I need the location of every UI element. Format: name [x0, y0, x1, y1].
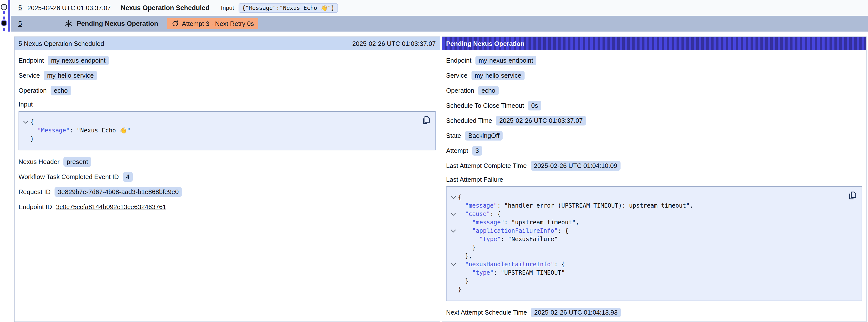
code-line: "nexusHandlerFailureInfo": { — [448, 260, 857, 268]
field-value-chip: 4 — [123, 172, 133, 182]
event-detail-header-title: 5 Nexus Operation Scheduled — [19, 40, 104, 47]
json-text: { — [30, 119, 34, 126]
event-timestamp: 2025-02-26 UTC 01:03:37.07 — [27, 4, 111, 12]
field-row: Attempt3 — [446, 146, 862, 156]
field-value-chip: 3e829b7e-7d67-4b08-aad3-b1e868bfe9e0 — [55, 187, 182, 197]
event-id-link[interactable]: 5 — [18, 20, 22, 28]
chevron-down-icon[interactable] — [451, 229, 456, 233]
code-line: } — [448, 285, 857, 294]
failure-json-block: {"message": "handler error (UPSTREAM_TIM… — [446, 186, 862, 301]
code-line: "message": "handler error (UPSTREAM_TIME… — [448, 201, 857, 210]
json-key: "type" — [472, 269, 494, 276]
event-row-scheduled[interactable]: 5 2025-02-26 UTC 01:03:37.07 Nexus Opera… — [11, 0, 868, 16]
pending-operation-header: Pending Nexus Operation — [442, 37, 866, 50]
field-row: Next Attempt Schedule Time2025-02-26 UTC… — [446, 308, 862, 317]
json-text: : "handler error (UPSTREAM_TIMEOUT): ups… — [497, 202, 693, 209]
code-line: { — [448, 193, 857, 201]
json-key: "message" — [465, 202, 497, 209]
field-value-chip: 2025-02-26 UTC 01:03:37.07 — [496, 116, 586, 126]
code-line-gutter — [448, 212, 458, 216]
code-line: "Message": "Nexus Echo 👋" — [21, 126, 430, 135]
json-text: } — [465, 278, 469, 285]
chevron-down-icon[interactable] — [451, 263, 456, 266]
json-text: : { — [558, 227, 568, 234]
pending-fields-top: Endpointmy-nexus-endpointServicemy-hello… — [446, 56, 862, 171]
code-line-text: } — [458, 243, 476, 252]
json-key: "type" — [479, 236, 501, 243]
field-row: Scheduled Time2025-02-26 UTC 01:03:37.07 — [446, 116, 862, 126]
code-line-gutter — [448, 195, 458, 199]
code-line-gutter — [448, 263, 458, 266]
field-row: Last Attempt Complete Time2025-02-26 UTC… — [446, 161, 862, 171]
code-line: "type": "NexusFailure" — [448, 235, 857, 243]
event-input-label: Input — [221, 4, 234, 11]
json-key: "cause" — [465, 211, 490, 218]
field-value-chip: 2025-02-26 UTC 01:04:10.09 — [531, 161, 621, 171]
json-text: : "NexusFailure" — [501, 236, 558, 243]
field-label: Workflow Task Completed Event ID — [19, 173, 119, 181]
retry-status-badge: Attempt 3 · Next Retry 0s — [167, 18, 258, 29]
json-text: : "UPSTREAM_TIMEOUT" — [494, 269, 565, 276]
event-input-value-chip[interactable]: {"Message":"Nexus Echo 👋"} — [239, 3, 338, 12]
event-title: Nexus Operation Scheduled — [121, 4, 210, 12]
field-row: Servicemy-hello-service — [446, 70, 862, 80]
field-label: Scheduled Time — [446, 117, 492, 125]
json-text: } — [458, 286, 461, 293]
field-row: Request ID3e829b7e-7d67-4b08-aad3-b1e868… — [19, 187, 436, 197]
json-text: : "Nexus Echo 👋" — [69, 127, 130, 134]
field-label: Last Attempt Complete Time — [446, 162, 527, 170]
code-line-text: } — [30, 135, 34, 143]
event-detail-fields-top: Endpointmy-nexus-endpointServicemy-hello… — [19, 56, 436, 95]
chevron-down-icon[interactable] — [23, 120, 29, 124]
field-label: Endpoint — [446, 57, 471, 64]
event-detail-fields-bottom: Nexus HeaderpresentWorkflow Task Complet… — [19, 157, 436, 212]
field-label: Service — [446, 72, 468, 79]
json-key: "Message" — [37, 127, 69, 134]
chevron-down-icon[interactable] — [451, 212, 456, 216]
field-row: StateBackingOff — [446, 131, 862, 140]
json-text: : { — [554, 261, 565, 268]
field-row: Operationecho — [446, 86, 862, 95]
field-row: Servicemy-hello-service — [19, 70, 436, 80]
event-detail-header-timestamp: 2025-02-26 UTC 01:03:37.07 — [352, 40, 436, 47]
field-row: Operationecho — [19, 86, 436, 95]
code-line: } — [21, 135, 430, 143]
event-row-pending[interactable]: 5 Pending Nexus Operation Attempt 3 · Ne… — [11, 16, 868, 32]
code-line-gutter — [21, 120, 30, 124]
code-line: } — [448, 243, 857, 252]
field-row: Schedule To Close Timeout0s — [446, 101, 862, 110]
input-json-block: {"Message": "Nexus Echo 👋"} — [19, 111, 436, 151]
field-value-chip: my-nexus-endpoint — [475, 56, 536, 65]
pending-title: Pending Nexus Operation — [77, 20, 158, 28]
field-label: Schedule To Close Timeout — [446, 102, 524, 109]
timeline-node-selected-icon[interactable] — [1, 21, 6, 26]
code-line: "message": "upstream timeout", — [448, 218, 857, 227]
code-line: { — [21, 118, 430, 126]
field-label: Operation — [19, 87, 46, 94]
field-row: Nexus Headerpresent — [19, 157, 436, 167]
field-value-link[interactable]: 3c0c75ccfa8144b092c13ce632463761 — [56, 203, 166, 211]
event-detail-panel: 5 Nexus Operation Scheduled 2025-02-26 U… — [14, 36, 440, 322]
code-line-text: "type": "NexusFailure" — [458, 235, 558, 243]
field-label: Endpoint — [19, 57, 44, 64]
field-row: Endpointmy-nexus-endpoint — [446, 56, 862, 65]
json-text: }, — [465, 253, 472, 259]
copy-icon[interactable] — [848, 191, 857, 200]
json-text: } — [30, 135, 34, 142]
copy-icon[interactable] — [422, 116, 431, 125]
json-key: "message" — [472, 219, 504, 226]
field-value-chip: echo — [478, 86, 498, 95]
chevron-down-icon[interactable] — [451, 195, 456, 199]
pending-fields-bottom: Next Attempt Schedule Time2025-02-26 UTC… — [446, 308, 862, 317]
field-row: Endpointmy-nexus-endpoint — [19, 56, 436, 65]
field-value-chip: echo — [51, 86, 71, 95]
event-id-link[interactable]: 5 — [18, 4, 22, 12]
timeline-node-open-icon[interactable] — [1, 4, 7, 10]
failure-section-label: Last Attempt Failure — [446, 176, 862, 184]
json-key: "nexusHandlerFailureInfo" — [465, 261, 554, 268]
retry-icon — [172, 20, 179, 27]
code-line-text: "message": "handler error (UPSTREAM_TIME… — [458, 201, 693, 210]
field-label: Operation — [446, 87, 474, 94]
json-key: "applicationFailureInfo" — [472, 227, 558, 234]
code-line: } — [448, 277, 857, 285]
